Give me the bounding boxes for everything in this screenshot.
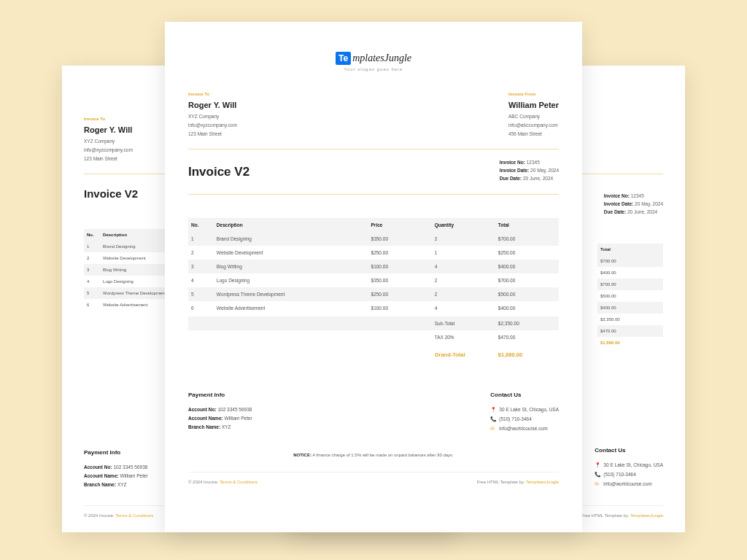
logo-tagline: Your slogan goes here (188, 67, 559, 71)
grand-total-label: Grand-Total (432, 344, 495, 362)
table-header-row: No. Description Price Quantity Total (188, 218, 559, 232)
invoice-to-block: Invoice To Roger Y. Will XYZ Company inf… (188, 92, 237, 140)
table-row: 5Wordpress Theme Development$250.002$500… (188, 287, 559, 301)
contact-address: 30 E Lake St, Chicago, USA (499, 407, 559, 412)
terms-link[interactable]: Terms & Conditions (220, 480, 258, 484)
payment-info-block: Payment Info Account No: 102 3345 56938 … (188, 392, 252, 435)
invoice-no: 12345 (527, 160, 540, 165)
logo: Te mplatesJungle Your slogan goes here (188, 51, 559, 71)
table-row: 1Brand Designing$350.002$700.00 (188, 232, 559, 246)
invoice-date: 20 May, 2024 (530, 168, 559, 173)
invoice-sheet: Te mplatesJungle Your slogan goes here I… (165, 22, 582, 532)
table-row: 3Blog Writing$100.004$400.00 (188, 260, 559, 273)
footer: © 2024 Invoice. Terms & Conditions Free … (188, 472, 559, 484)
contact-title: Contact Us (490, 392, 559, 398)
invoice-meta: Invoice No: 12345 Invoice Date: 20 May, … (500, 160, 559, 184)
subtotal-label: Sub-Total (432, 316, 495, 330)
logo-mark: Te (336, 52, 351, 65)
invoice-to-label: Invoice To (188, 92, 237, 96)
contact-us-block: Contact Us 📍30 E Lake St, Chicago, USA 📞… (490, 392, 559, 435)
invoice-title: Invoice V2 (188, 165, 249, 179)
contact-email: info@worldcourse.com (499, 426, 547, 431)
mail-icon: ✉ (490, 426, 496, 432)
subtotal-value: $2,350.00 (495, 316, 559, 330)
due-date: 20 June, 2024 (523, 176, 553, 181)
account-no: 102 3345 56938 (217, 407, 252, 412)
summary-table: Sub-Total$2,350.00 TAX 20%$470.00 Grand-… (188, 316, 559, 362)
phone-icon: 📞 (490, 416, 496, 422)
invoice-from-address: 456 Main Street (508, 131, 559, 136)
contact-phone: (510) 710-3464 (499, 416, 531, 421)
template-credit-link[interactable]: TemplatesJungle (526, 480, 559, 484)
phone-icon: 📞 (595, 472, 600, 478)
invoice-to-email: info@xyzcompany.com (188, 122, 237, 128)
invoice-to-company: XYZ Company (188, 114, 237, 119)
invoice-from-label: Invoice From (508, 92, 559, 96)
logo-text: mplatesJungle (352, 52, 411, 64)
tax-value: $470.00 (495, 330, 559, 344)
invoice-to-address: 123 Main Street (188, 131, 237, 136)
notice-text: NOTICE: A finance charge of 1.5% will be… (188, 453, 559, 457)
table-row: 4Logo Designing$350.002$700.00 (188, 273, 559, 287)
pin-icon: 📍 (595, 462, 600, 468)
line-items-table: No. Description Price Quantity Total 1Br… (188, 218, 559, 315)
pin-icon: 📍 (490, 407, 496, 413)
branch-name: XYZ (222, 424, 231, 429)
tax-label: TAX 20% (432, 330, 495, 344)
invoice-from-name: William Peter (508, 101, 559, 109)
mail-icon: ✉ (595, 481, 600, 487)
table-row: 6Website Advertisement$100.004$400.00 (188, 301, 559, 315)
grand-total-value: $1,880.00 (495, 344, 559, 362)
invoice-from-company: ABC Company (508, 114, 559, 119)
invoice-to-name: Roger Y. Will (188, 101, 237, 109)
table-row: 2Website Development$250.001$250.00 (188, 246, 559, 260)
invoice-from-email: info@abccompany.com (508, 122, 559, 128)
payment-info-title: Payment Info (188, 392, 252, 398)
invoice-from-block: Invoice From William Peter ABC Company i… (508, 92, 559, 140)
account-name: William Peter (225, 416, 252, 421)
